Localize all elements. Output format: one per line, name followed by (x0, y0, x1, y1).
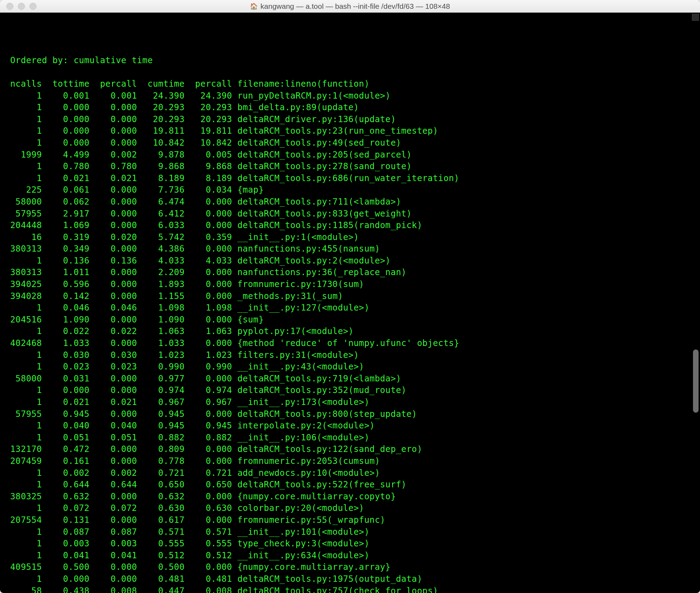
terminal-line: 204516 1.090 0.000 1.090 0.000 {sum} (5, 314, 700, 326)
terminal-line: 1 0.000 0.000 20.293 20.293 deltaRCM_dri… (5, 113, 700, 125)
home-icon: 🏠 (250, 2, 258, 10)
terminal-line: 409515 0.500 0.000 0.500 0.000 {numpy.co… (5, 561, 700, 573)
terminal-line: 1 0.051 0.051 0.882 0.882 __init__.py:10… (5, 432, 700, 444)
terminal-line: 402468 1.033 0.000 1.033 0.000 {method '… (5, 337, 700, 349)
terminal-line: 1 0.072 0.072 0.630 0.630 colorbar.py:20… (5, 502, 700, 514)
terminal-line: 1 0.040 0.040 0.945 0.945 interpolate.py… (5, 420, 700, 432)
terminal-line: 1 0.022 0.022 1.063 1.063 pyplot.py:17(<… (5, 325, 700, 337)
terminal-line: 1 0.644 0.644 0.650 0.650 deltaRCM_tools… (5, 479, 700, 491)
scrollbar-thumb[interactable] (693, 349, 699, 413)
terminal-line: 1 0.780 0.780 9.868 9.868 deltaRCM_tools… (5, 160, 700, 172)
terminal-line: 1 0.003 0.003 0.555 0.555 type_check.py:… (5, 538, 700, 549)
titlebar[interactable]: 🏠 kangwang — a.tool — bash --init-file /… (0, 0, 700, 13)
scrollbar-corner (692, 14, 699, 21)
terminal-line: 1 0.023 0.023 0.990 0.990 __init__.py:43… (5, 361, 700, 373)
terminal-line: 1 0.000 0.000 10.842 10.842 deltaRCM_too… (5, 137, 700, 149)
terminal-line: ncalls tottime percall cumtime percall f… (5, 78, 700, 90)
terminal-line: 1 0.087 0.087 0.571 0.571 __init__.py:10… (5, 526, 700, 538)
terminal-line: 16 0.319 0.020 5.742 0.359 __init__.py:1… (5, 231, 700, 243)
window-title: kangwang — a.tool — bash --init-file /de… (260, 2, 450, 11)
terminal-line: 1 0.030 0.030 1.023 1.023 filters.py:31(… (5, 349, 700, 361)
terminal-line: 207554 0.131 0.000 0.617 0.000 fromnumer… (5, 514, 700, 526)
traffic-lights (0, 3, 37, 10)
terminal-line: 132170 0.472 0.000 0.809 0.000 deltaRCM_… (5, 443, 700, 455)
terminal-line: 58000 0.031 0.000 0.977 0.000 deltaRCM_t… (5, 373, 700, 385)
terminal-line: 204448 1.069 0.000 6.033 0.000 deltaRCM_… (5, 219, 700, 231)
terminal-line: 1 0.136 0.136 4.033 4.033 deltaRCM_tools… (5, 255, 700, 267)
terminal-line: 57955 2.917 0.000 6.412 0.000 deltaRCM_t… (5, 208, 700, 220)
close-button[interactable] (6, 3, 13, 10)
terminal-line: 1 0.021 0.021 8.189 8.189 deltaRCM_tools… (5, 172, 700, 184)
terminal-line (5, 66, 700, 78)
terminal-body[interactable]: Ordered by: cumulative time ncalls totti… (0, 13, 700, 593)
zoom-button[interactable] (29, 3, 37, 10)
terminal-line: 58 0.438 0.008 0.447 0.008 deltaRCM_tool… (5, 585, 700, 593)
terminal-line: 1 0.041 0.041 0.512 0.512 __init__.py:63… (5, 549, 700, 561)
terminal-line: 1 0.046 0.046 1.098 1.098 __init__.py:12… (5, 302, 700, 314)
terminal-line: 1 0.000 0.000 20.293 20.293 bmi_delta.py… (5, 101, 700, 113)
terminal-line: 1 0.000 0.000 0.974 0.974 deltaRCM_tools… (5, 384, 700, 396)
terminal-line: 58000 0.062 0.000 6.474 0.000 deltaRCM_t… (5, 196, 700, 208)
terminal-line: 1 0.000 0.000 0.481 0.481 deltaRCM_tools… (5, 573, 700, 585)
terminal-line: 1999 4.499 0.002 9.878 0.005 deltaRCM_to… (5, 149, 700, 161)
scrollbar-track[interactable] (691, 13, 700, 593)
terminal-line: 1 0.000 0.000 19.811 19.811 deltaRCM_too… (5, 125, 700, 137)
terminal-line: 1 0.001 0.001 24.390 24.390 run_pyDeltaR… (5, 90, 700, 102)
terminal-line: 1 0.002 0.002 0.721 0.721 add_newdocs.py… (5, 467, 700, 479)
minimize-button[interactable] (18, 3, 25, 10)
terminal-line: 1 0.021 0.021 0.967 0.967 __init__.py:17… (5, 396, 700, 408)
terminal-line: 380313 0.349 0.000 4.386 0.000 nanfuncti… (5, 243, 700, 255)
terminal-window: 🏠 kangwang — a.tool — bash --init-file /… (0, 0, 700, 593)
terminal-line: 225 0.061 0.000 7.736 0.034 {map} (5, 184, 700, 196)
terminal-line: 57955 0.945 0.000 0.945 0.000 deltaRCM_t… (5, 408, 700, 420)
terminal-line: 380325 0.632 0.000 0.632 0.000 {numpy.co… (5, 491, 700, 502)
terminal-line: 207459 0.161 0.000 0.778 0.000 fromnumer… (5, 455, 700, 467)
terminal-line: Ordered by: cumulative time (5, 54, 700, 66)
terminal-line: 380313 1.011 0.000 2.209 0.000 nanfuncti… (5, 266, 700, 278)
terminal-line: 394028 0.142 0.000 1.155 0.000 _methods.… (5, 290, 700, 302)
terminal-line: 394025 0.596 0.000 1.893 0.000 fromnumer… (5, 278, 700, 290)
